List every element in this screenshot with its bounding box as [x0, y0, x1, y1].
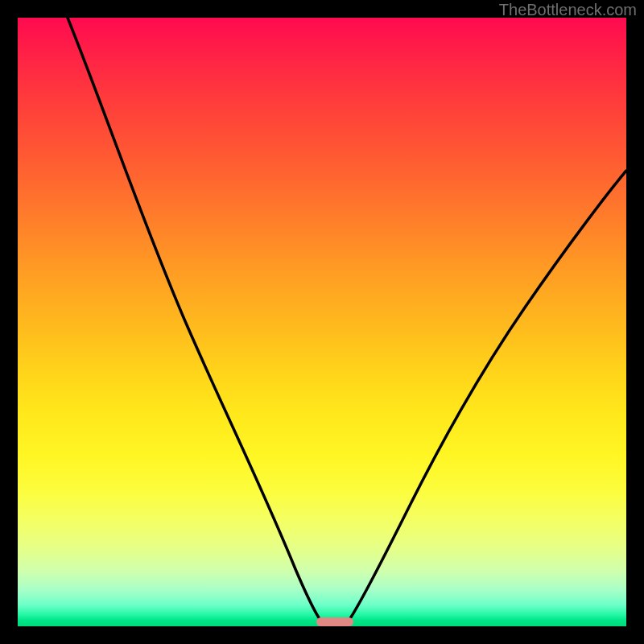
optimum-marker: [316, 617, 353, 626]
plot-area: [18, 18, 626, 626]
chart-container: TheBottleneck.com: [0, 0, 644, 644]
watermark-text: TheBottleneck.com: [499, 1, 637, 19]
bottleneck-curve: [18, 18, 626, 626]
